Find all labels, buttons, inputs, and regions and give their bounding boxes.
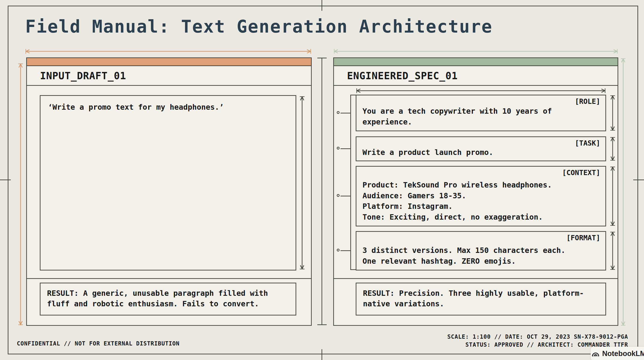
dimension-arrow-top-left — [25, 48, 312, 54]
input-prompt-box: ‘Write a promo text for my headphones.’ — [40, 95, 296, 270]
format-text: 3 distinct versions. Max 150 characters … — [362, 245, 600, 266]
registration-mark-right — [633, 179, 644, 180]
dimension-arrow-left-vertical — [18, 63, 24, 326]
dimension-arrow-input-box — [299, 96, 305, 270]
task-text: Write a product launch promo. — [362, 147, 600, 158]
input-result-section: RESULT: A generic, unusable paragraph fi… — [27, 278, 311, 325]
dimension-arrow-right-vertical — [620, 58, 626, 326]
panel-divider-cap-top — [317, 58, 327, 58]
registration-mark-bottom — [322, 349, 322, 360]
spec-block-task: [TASK] Write a product launch promo. — [356, 136, 606, 161]
spec-panel-header: ENGINEERED_SPEC_01 — [334, 66, 618, 86]
spec-block-role: [ROLE] You are a tech copywriter with 10… — [356, 95, 606, 131]
context-tag: [CONTEXT] — [362, 168, 600, 177]
dimension-arrow-format — [610, 231, 616, 270]
input-panel-header: INPUT_DRAFT_01 — [27, 66, 311, 86]
spec-block-context: [CONTEXT] Product: TekSound Pro wireless… — [356, 166, 606, 226]
connector-task — [340, 148, 351, 149]
confidential-note: CONFIDENTIAL // NOT FOR EXTERNAL DISTRIB… — [17, 340, 180, 347]
notebooklm-logo-icon — [591, 349, 600, 358]
panel-divider-line — [322, 58, 322, 325]
spec-result-section: RESULT: Precision. Three highly usable, … — [334, 278, 618, 325]
input-panel-content: ‘Write a promo text for my headphones.’ — [27, 86, 311, 278]
format-tag: [FORMAT] — [362, 234, 600, 242]
spec-block-format: [FORMAT] 3 distinct versions. Max 150 ch… — [356, 231, 606, 270]
dimension-arrow-task — [610, 136, 616, 161]
notebooklm-badge-label: NotebookLM — [602, 349, 644, 358]
dimension-arrow-top-right — [333, 48, 618, 54]
connector-format — [340, 250, 351, 251]
dimension-arrow-spec-width — [356, 88, 606, 94]
notebooklm-badge: NotebookLM — [591, 347, 644, 360]
role-text: You are a tech copywriter with 10 years … — [362, 106, 600, 127]
spec-result-text: RESULT: Precision. Three highly usable, … — [363, 289, 584, 308]
role-tag: [ROLE] — [362, 97, 600, 105]
panel-divider-cap-bottom — [317, 324, 327, 325]
spec-panel-color-bar — [334, 58, 618, 66]
spec-panel-content: [ROLE] You are a tech copywriter with 10… — [334, 86, 618, 278]
input-panel-color-bar — [27, 58, 311, 66]
meta-notes: SCALE: 1:100 // DATE: OCT 29, 2023 SN-X7… — [448, 333, 628, 349]
connector-dot-context — [337, 194, 340, 197]
input-result-box: RESULT: A generic, unusable paragraph fi… — [40, 283, 296, 315]
page-title: Field Manual: Text Generation Architectu… — [25, 17, 492, 37]
spec-blocks-bracket — [350, 95, 356, 270]
connector-dot-task — [337, 147, 340, 149]
registration-mark-top — [322, 0, 322, 11]
registration-mark-left — [0, 179, 11, 180]
connector-dot-format — [337, 249, 340, 252]
connector-context — [340, 196, 351, 197]
meta-line-scale-date: SCALE: 1:100 // DATE: OCT 29, 2023 SN-X7… — [448, 333, 628, 341]
blueprint-canvas: Field Manual: Text Generation Architectu… — [0, 0, 644, 360]
connector-role — [340, 113, 351, 113]
dimension-arrow-role — [610, 95, 616, 131]
task-tag: [TASK] — [362, 139, 600, 147]
connector-dot-role — [337, 111, 340, 114]
input-prompt-text: ‘Write a promo text for my headphones.’ — [48, 103, 224, 112]
engineered-spec-panel: ENGINEERED_SPEC_01 [ROLE] You are a tech… — [333, 57, 618, 326]
dimension-arrow-context — [610, 166, 616, 226]
input-result-text: RESULT: A generic, unusable paragraph fi… — [47, 289, 268, 308]
spec-result-box: RESULT: Precision. Three highly usable, … — [356, 283, 606, 315]
input-draft-panel: INPUT_DRAFT_01 ‘Write a promo text for m… — [26, 57, 312, 326]
context-text: Product: TekSound Pro wireless headphone… — [362, 180, 600, 222]
